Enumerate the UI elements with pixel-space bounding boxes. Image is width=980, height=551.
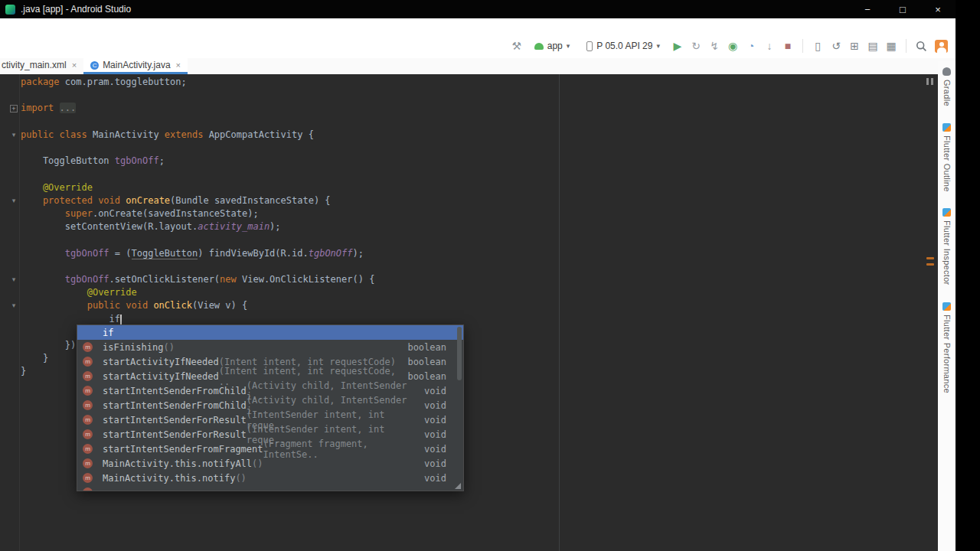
device-label: P 05.0 API 29	[596, 41, 652, 51]
code-line[interactable]: import ...	[21, 102, 374, 115]
run-button[interactable]: ▶	[668, 37, 687, 54]
completion-item[interactable]: m	[77, 485, 463, 491]
tool-stripe-flutter-outline[interactable]: Flutter Outline	[942, 123, 952, 192]
completion-name: startActivityIfNeeded	[103, 371, 219, 382]
code-token: @Override	[21, 287, 137, 298]
completion-params: ()	[235, 473, 246, 484]
code-token: import	[21, 103, 60, 113]
completion-popup: ifmisFinishing()booleanmstartActivityIfN…	[77, 324, 464, 491]
code-token: });	[21, 340, 81, 350]
toolbar-tools: ▯↺⊞▤▦	[808, 37, 900, 54]
completion-name: MainActivity.this.notifyAll	[103, 458, 252, 469]
user-avatar[interactable]	[935, 40, 948, 53]
search-icon	[916, 41, 927, 52]
tool-stripe-gradle[interactable]: Gradle	[942, 67, 952, 106]
fold-collapse-icon[interactable]: ▾	[9, 129, 18, 142]
code-token: @Override	[21, 182, 93, 193]
completion-name: startIntentSenderForResult	[103, 415, 247, 425]
fold-expand-icon[interactable]: +	[10, 105, 18, 112]
attach-debugger-button[interactable]: ↓	[760, 37, 779, 54]
editor[interactable]: package com.pram.togglebutton; import ..…	[0, 74, 938, 551]
code-line[interactable]: tgbOnOff = (ToggleButton) findViewById(R…	[21, 247, 374, 260]
change-marker	[926, 263, 934, 266]
code-token: ...	[60, 103, 77, 113]
code-line[interactable]	[21, 89, 374, 102]
desktop-edge	[956, 0, 980, 551]
code-line[interactable]	[21, 260, 374, 273]
tool-stripe: GradleFlutter OutlineFlutter InspectorFl…	[938, 61, 956, 551]
code-line[interactable]: @Override	[21, 181, 374, 194]
completion-item[interactable]: mMainActivity.this.notify()void	[77, 471, 463, 485]
tab-activity-main-xml[interactable]: ctivity_main.xml ×	[0, 58, 83, 74]
fold-collapse-icon[interactable]: ▾	[9, 194, 18, 207]
tool-stripe-label: Flutter Performance	[942, 315, 952, 393]
code-token: onClick	[153, 300, 192, 311]
fold-collapse-icon[interactable]: ▾	[9, 273, 18, 286]
code-token: .onCreate(savedInstanceState);	[93, 208, 259, 219]
profile-button[interactable]: ◔	[742, 37, 760, 54]
code-line[interactable]: setContentView(R.layout.activity_main);	[21, 220, 374, 233]
build-icon[interactable]: ⚒	[508, 37, 526, 54]
stop-button[interactable]: ■	[779, 37, 797, 54]
sync-project-button[interactable]: ↺	[827, 37, 845, 54]
code-line[interactable]: ToggleButton tgbOnOff;	[21, 155, 374, 168]
flutter-icon	[942, 208, 951, 217]
code-token: }	[21, 366, 26, 377]
close-tab-icon[interactable]: ×	[72, 60, 77, 70]
avd-manager-button[interactable]: ▯	[808, 37, 827, 54]
close-tab-icon[interactable]: ×	[176, 60, 181, 70]
code-token: tgbOnOff	[21, 248, 109, 259]
code-line[interactable]	[21, 142, 374, 155]
code-line[interactable]: @Override	[21, 286, 374, 299]
search-everywhere-button[interactable]	[912, 37, 930, 54]
completion-item[interactable]: if	[77, 325, 463, 340]
code-token: = (	[109, 248, 132, 259]
popup-scrollbar[interactable]	[457, 327, 462, 380]
popup-resize-grip[interactable]	[455, 483, 461, 489]
java-class-icon: C	[90, 61, 99, 70]
maximize-button[interactable]: □	[885, 0, 920, 18]
chevron-down-icon: ▾	[656, 42, 660, 50]
device-selector[interactable]: P 05.0 API 29 ▾	[581, 39, 665, 53]
fold-collapse-icon[interactable]: ▾	[9, 299, 18, 312]
code-token: package	[21, 77, 65, 87]
tool-stripe-flutter-performance[interactable]: Flutter Performance	[942, 302, 952, 393]
android-icon	[534, 43, 544, 50]
code-line[interactable]	[21, 168, 374, 181]
tool-stripe-flutter-inspector[interactable]: Flutter Inspector	[942, 208, 952, 285]
code-token: setContentView(R.layout.	[21, 221, 198, 232]
minimize-button[interactable]: −	[850, 0, 885, 18]
apply-code-changes-button[interactable]: ↯	[705, 37, 724, 54]
code-line[interactable]	[21, 116, 374, 129]
change-marker	[926, 257, 934, 259]
code-token: );	[270, 221, 280, 232]
debug-button[interactable]: ◉	[724, 37, 742, 54]
code-line[interactable]	[21, 233, 374, 246]
android-studio-window: .java [app] - Android Studio − □ × ⚒ app…	[0, 0, 980, 551]
apply-changes-button[interactable]: ↻	[687, 37, 705, 54]
code-line[interactable]: super.onCreate(savedInstanceState);	[21, 207, 374, 220]
menubar	[0, 18, 956, 34]
run-config-selector[interactable]: app ▾	[529, 39, 576, 53]
resource-manager-button[interactable]: ▦	[882, 37, 900, 54]
gradle-icon	[942, 67, 951, 76]
inspections-widget[interactable]	[923, 77, 936, 86]
code-line[interactable]: public void onClick(View v) {	[21, 299, 374, 312]
code-token: );	[353, 248, 364, 259]
close-button[interactable]: ×	[920, 0, 956, 18]
editor-tabbar: ctivity_main.xml × C MainActivity.java ×	[0, 58, 956, 74]
completion-return-type: void	[415, 458, 446, 469]
tab-label: MainActivity.java	[103, 60, 170, 70]
code-line[interactable]: public class MainActivity extends AppCom…	[21, 129, 374, 142]
code-line[interactable]: package com.pram.togglebutton;	[21, 76, 374, 89]
method-icon: m	[83, 458, 93, 468]
completion-params: ()	[163, 342, 174, 353]
code-token: ) findViewById(R.id.	[198, 248, 309, 259]
completion-item[interactable]: mstartIntentSenderFromFragment(Fragment …	[77, 442, 463, 456]
layout-inspector-button[interactable]: ▤	[864, 37, 882, 54]
sdk-manager-button[interactable]: ⊞	[845, 37, 864, 54]
tab-mainactivity-java[interactable]: C MainActivity.java ×	[83, 58, 188, 74]
completion-item[interactable]: misFinishing()boolean	[77, 340, 463, 354]
code-line[interactable]: protected void onCreate(Bundle savedInst…	[21, 194, 374, 207]
code-line[interactable]: tgbOnOff.setOnClickListener(new View.OnC…	[21, 273, 374, 286]
